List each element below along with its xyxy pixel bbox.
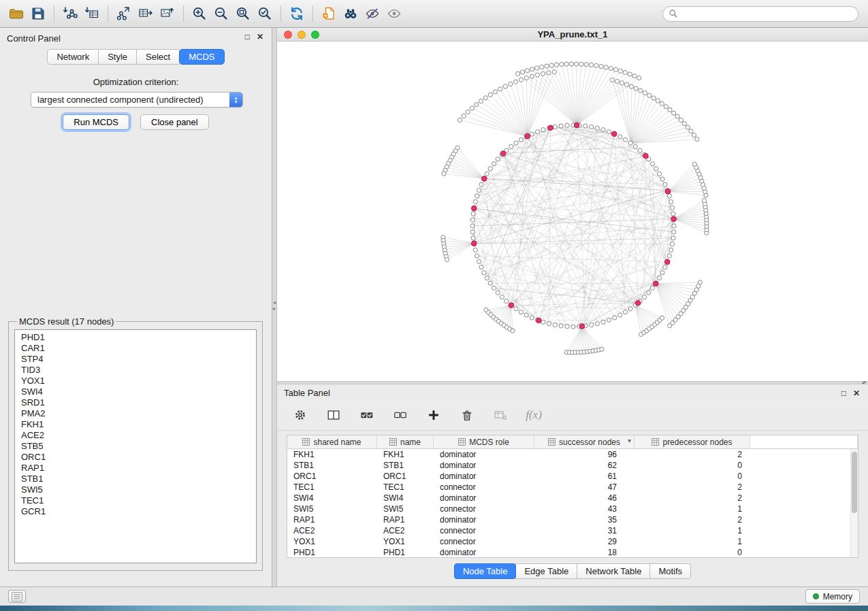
zoom-out-icon <box>213 5 229 22</box>
export-network-button[interactable] <box>113 4 135 23</box>
vertical-splitter[interactable]: ◂ ▸ <box>272 28 277 587</box>
table-row[interactable]: TEC1TEC1connector472 <box>287 482 858 493</box>
close-window-button[interactable] <box>284 31 292 39</box>
mcds-result-item[interactable]: CAR1 <box>15 343 256 354</box>
table-row[interactable]: PHD1PHD1dominator180 <box>287 547 858 558</box>
mcds-result-item[interactable]: PMA2 <box>15 408 256 419</box>
table-row[interactable]: ACE2ACE2connector311 <box>287 525 858 536</box>
search-box[interactable] <box>662 6 858 22</box>
hide-elements-button[interactable] <box>361 4 383 23</box>
desktop-wallpaper-strip <box>0 606 868 611</box>
share-document-button[interactable] <box>318 4 340 23</box>
mcds-result-item[interactable]: GCR1 <box>15 506 256 517</box>
tab-motifs[interactable]: Motifs <box>649 563 691 579</box>
import-table-button[interactable] <box>81 4 103 23</box>
select-all-button[interactable] <box>356 406 378 425</box>
deselect-all-button[interactable] <box>389 406 411 425</box>
export-image-icon <box>159 5 176 22</box>
mcds-result-item[interactable]: TEC1 <box>15 495 256 506</box>
add-column-button[interactable] <box>423 406 445 425</box>
close-panel-icon[interactable]: ✕ <box>257 32 263 42</box>
function-builder-button-disabled: f(x) <box>523 406 545 425</box>
mcds-result-item[interactable]: FKH1 <box>15 419 256 430</box>
tab-network[interactable]: Network <box>47 49 99 65</box>
mcds-result-item[interactable]: SWI5 <box>15 484 256 495</box>
mcds-result-item[interactable]: STP4 <box>15 354 256 365</box>
export-table-button[interactable] <box>135 4 157 23</box>
refresh-button[interactable] <box>286 4 308 23</box>
sort-chevron-icon[interactable]: ▾ <box>628 437 631 444</box>
table-cell: ORC1 <box>377 472 434 481</box>
tab-edge-table[interactable]: Edge Table <box>515 563 577 579</box>
open-file-button[interactable] <box>5 4 27 23</box>
float-window-icon[interactable]: □ <box>245 32 250 42</box>
mcds-result-item[interactable]: YOX1 <box>15 376 256 386</box>
search-input[interactable] <box>681 9 852 18</box>
tab-select[interactable]: Select <box>136 49 180 65</box>
save-session-button[interactable] <box>27 4 49 23</box>
table-row[interactable]: RAP1RAP1dominator352 <box>287 514 858 525</box>
table-cell: dominator <box>434 515 534 525</box>
tab-network-table[interactable]: Network Table <box>577 563 650 579</box>
scrollbar-thumb[interactable] <box>852 452 857 513</box>
close-panel-icon[interactable]: ✕ <box>853 389 860 398</box>
close-panel-button[interactable]: Close panel <box>140 114 209 130</box>
column-header-name[interactable]: name <box>377 435 434 448</box>
column-header-shared-name[interactable]: shared name <box>287 435 377 448</box>
table-panel-toggle-button[interactable] <box>8 590 26 603</box>
tab-node-table[interactable]: Node Table <box>454 563 517 579</box>
network-window-titlebar[interactable]: YPA_prune.txt_1 <box>277 28 868 42</box>
mcds-result-item[interactable]: PHD1 <box>15 332 256 343</box>
zoom-fit-button[interactable] <box>232 4 254 23</box>
mcds-result-list[interactable]: PHD1CAR1STP4TID3YOX1SWI4SRD1PMA2FKH1ACE2… <box>14 329 257 563</box>
optimization-criterion-select[interactable]: largest connected component (undirected)… <box>31 92 243 108</box>
table-cell: 1 <box>634 526 750 535</box>
splitter-left-icon[interactable]: ◂ <box>273 300 276 305</box>
export-image-button[interactable] <box>157 4 178 23</box>
mcds-result-item[interactable]: ACE2 <box>15 430 256 441</box>
zoom-selected-button[interactable] <box>254 4 276 23</box>
import-network-button[interactable] <box>59 4 81 23</box>
column-header-predecessor-nodes[interactable]: predecessor nodes <box>634 435 750 448</box>
table-row[interactable]: SWI5SWI5connector431 <box>287 503 858 514</box>
show-columns-button[interactable] <box>323 406 344 425</box>
run-mcds-button[interactable]: Run MCDS <box>63 114 129 130</box>
zoom-in-button[interactable] <box>189 4 210 23</box>
mcds-result-item[interactable]: SWI4 <box>15 386 256 397</box>
tab-mcds[interactable]: MCDS <box>179 49 224 65</box>
splitter-right-icon[interactable]: ▸ <box>273 306 276 311</box>
table-scrollbar[interactable] <box>850 449 858 557</box>
tab-style[interactable]: Style <box>98 49 137 65</box>
dropdown-stepper[interactable]: ▲▼ <box>229 93 242 107</box>
zoom-out-button[interactable] <box>210 4 232 23</box>
minimize-window-button[interactable] <box>298 31 306 39</box>
zoom-window-button[interactable] <box>311 31 319 39</box>
column-header-mcds-role[interactable]: MCDS role <box>434 435 534 448</box>
import-network-icon <box>62 5 78 22</box>
mcds-result-item[interactable]: RAP1 <box>15 463 256 474</box>
mcds-result-item[interactable]: STB5 <box>15 441 256 452</box>
network-canvas[interactable] <box>277 42 868 381</box>
mcds-result-item[interactable]: ORC1 <box>15 452 256 463</box>
table-cell: 43 <box>534 504 634 514</box>
table-row[interactable]: FKH1FKH1dominator962 <box>287 449 858 460</box>
main-toolbar <box>0 0 868 28</box>
column-header-successor-nodes[interactable]: successor nodes ▾ <box>534 435 634 448</box>
delete-column-button[interactable] <box>456 406 478 425</box>
zoom-selected-icon <box>257 5 273 22</box>
table-settings-button[interactable] <box>289 406 311 425</box>
mcds-result-item[interactable]: STB1 <box>15 474 256 484</box>
find-button[interactable] <box>340 4 361 23</box>
memory-button[interactable]: Memory <box>805 589 860 604</box>
table-cell: 96 <box>534 450 634 459</box>
network-graph[interactable] <box>277 42 868 381</box>
float-window-icon[interactable]: □ <box>841 389 846 398</box>
table-row[interactable]: STB1STB1dominator620 <box>287 460 858 471</box>
show-elements-button[interactable] <box>383 4 405 23</box>
table-cell: YOX1 <box>377 537 434 546</box>
mcds-result-item[interactable]: TID3 <box>15 365 256 376</box>
table-row[interactable]: ORC1ORC1dominator610 <box>287 471 858 482</box>
table-row[interactable]: YOX1YOX1connector291 <box>287 536 858 547</box>
mcds-result-item[interactable]: SRD1 <box>15 397 256 408</box>
table-row[interactable]: SWI4SWI4dominator462 <box>287 493 858 503</box>
